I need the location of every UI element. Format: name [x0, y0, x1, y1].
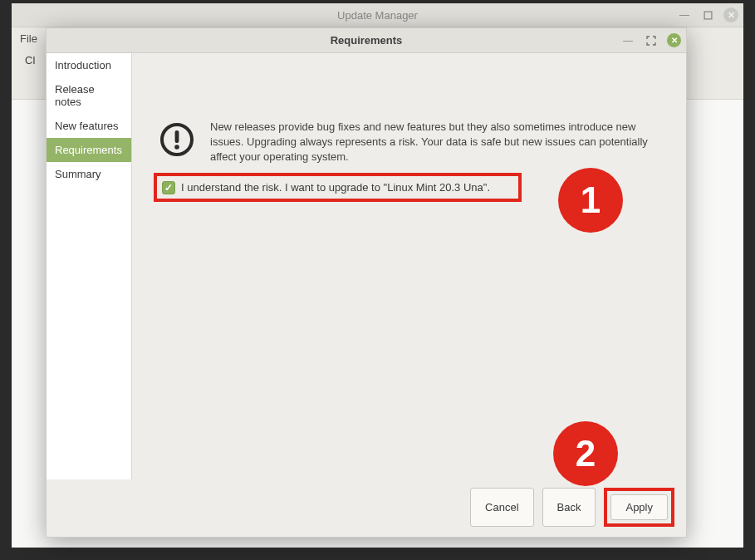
close-icon[interactable]: ✕: [723, 7, 738, 22]
warning-text: New releases provide bug fixes and new f…: [210, 120, 664, 165]
modal-titlebar[interactable]: Requirements — ✕: [47, 28, 686, 53]
main-window-title: Update Manager: [12, 9, 743, 22]
back-button[interactable]: Back: [542, 488, 596, 527]
close-icon[interactable]: ✕: [667, 33, 681, 47]
menu-file[interactable]: File: [15, 31, 42, 47]
sidebar: Introduction Release notes New features …: [47, 53, 132, 479]
modal-footer: Cancel Back Apply: [47, 479, 686, 537]
sidebar-item-release-notes[interactable]: Release notes: [47, 77, 131, 114]
sidebar-item-new-features[interactable]: New features: [47, 114, 131, 138]
apply-button[interactable]: Apply: [610, 494, 668, 520]
svg-point-3: [174, 145, 179, 150]
consent-label: I understand the risk. I want to upgrade…: [181, 181, 490, 194]
maximize-icon[interactable]: [700, 7, 715, 22]
consent-checkbox[interactable]: ✓: [162, 181, 175, 194]
warning-icon: [159, 121, 195, 158]
apply-highlight: Apply: [604, 488, 674, 527]
minimize-icon[interactable]: —: [620, 33, 635, 48]
svg-rect-0: [704, 12, 712, 19]
minimize-icon[interactable]: —: [677, 7, 692, 22]
annotation-badge-2: 2: [553, 421, 618, 486]
svg-rect-2: [175, 130, 179, 143]
maximize-icon[interactable]: [644, 33, 659, 48]
content-pane: New releases provide bug fixes and new f…: [132, 53, 686, 479]
consent-row[interactable]: ✓ I understand the risk. I want to upgra…: [154, 173, 522, 202]
annotation-badge-1: 1: [558, 168, 623, 233]
sidebar-item-requirements[interactable]: Requirements: [47, 138, 131, 162]
sidebar-item-summary[interactable]: Summary: [47, 162, 131, 186]
toolbar-fragment: Cl: [25, 54, 35, 66]
cancel-button[interactable]: Cancel: [470, 488, 533, 527]
modal-title: Requirements: [47, 34, 686, 47]
main-titlebar[interactable]: Update Manager — ✕: [12, 3, 743, 27]
sidebar-item-introduction[interactable]: Introduction: [47, 53, 131, 77]
